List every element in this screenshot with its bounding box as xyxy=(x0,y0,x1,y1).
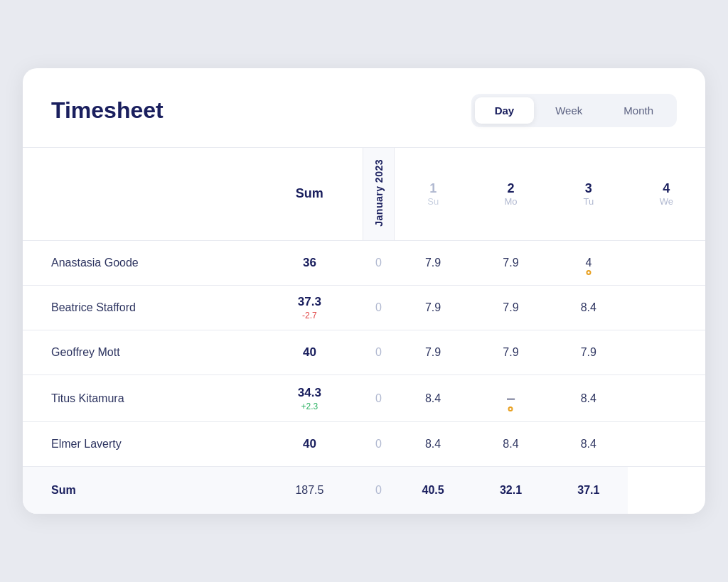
th-day-1: 1 Su xyxy=(394,147,471,241)
sum-row: Sum187.5040.532.137.1 xyxy=(23,467,705,514)
th-day-2: 2 Mo xyxy=(472,147,550,241)
th-sum: Sum xyxy=(256,147,363,241)
day-cell-2: 7.9 xyxy=(472,241,550,286)
day-cell-1: 8.4 xyxy=(394,375,471,422)
timesheet-table: Sum January 2023 1 Su 2 Mo 3 xyxy=(23,147,705,514)
overtime-dot xyxy=(508,406,513,411)
day-cell-2: 8.4 xyxy=(472,422,550,467)
day-cell-3: 8.4 xyxy=(550,286,627,330)
sum-cell: 34.3+2.3 xyxy=(256,375,363,422)
header: Timesheet Day Week Month xyxy=(23,94,705,147)
overtime-dot xyxy=(586,270,591,275)
day-cell-0: 0 xyxy=(363,422,395,467)
employee-name: Anastasia Goode xyxy=(23,241,256,286)
table-row: Titus Kitamura34.3+2.308.4–8.4 xyxy=(23,375,705,422)
day-cell-0: 0 xyxy=(363,330,395,375)
table-header-row: Sum January 2023 1 Su 2 Mo 3 xyxy=(23,147,705,241)
view-day-button[interactable]: Day xyxy=(475,97,535,124)
day-cell-1: 7.9 xyxy=(394,241,471,286)
day-cell-3: 4 xyxy=(550,241,627,286)
sum-day-0: 0 xyxy=(363,467,395,514)
table-row: Anastasia Goode3607.97.94 xyxy=(23,241,705,286)
view-month-button[interactable]: Month xyxy=(604,97,673,124)
day-cell-2: – xyxy=(472,375,550,422)
day-cell-1: 8.4 xyxy=(394,422,471,467)
sum-cell: 40 xyxy=(256,330,363,375)
sum-cell: 36 xyxy=(256,241,363,286)
day-cell-1: 7.9 xyxy=(394,330,471,375)
day-cell-2: 7.9 xyxy=(472,286,550,330)
sum-day-2: 32.1 xyxy=(472,467,550,514)
page-title: Timesheet xyxy=(51,97,164,124)
day-cell-1: 7.9 xyxy=(394,286,471,330)
employee-name: Titus Kitamura xyxy=(23,375,256,422)
table-row: Beatrice Stafford37.3-2.707.97.98.4 xyxy=(23,286,705,330)
sum-label: Sum xyxy=(23,467,256,514)
table-row: Geoffrey Mott4007.97.97.9 xyxy=(23,330,705,375)
th-name xyxy=(23,147,256,241)
day-cell-3: 8.4 xyxy=(550,375,627,422)
day-cell-0: 0 xyxy=(363,286,395,330)
table-row: Elmer Laverty4008.48.48.4 xyxy=(23,422,705,467)
sum-cell: 40 xyxy=(256,422,363,467)
day-cell-0: 0 xyxy=(363,241,395,286)
employee-name: Elmer Laverty xyxy=(23,422,256,467)
th-day-3: 3 Tu xyxy=(550,147,627,241)
th-day-4: 4 We xyxy=(628,147,705,241)
day-cell-3: 8.4 xyxy=(550,422,627,467)
table-wrapper: Sum January 2023 1 Su 2 Mo 3 xyxy=(23,147,705,514)
sum-cell: 37.3-2.7 xyxy=(256,286,363,330)
day-cell-2: 7.9 xyxy=(472,330,550,375)
sum-day-3: 37.1 xyxy=(550,467,627,514)
sum-day-1: 40.5 xyxy=(394,467,471,514)
timesheet-card: Timesheet Day Week Month Sum xyxy=(23,68,705,514)
th-month: January 2023 xyxy=(363,147,395,241)
total-sum: 187.5 xyxy=(256,467,363,514)
employee-name: Geoffrey Mott xyxy=(23,330,256,375)
view-week-button[interactable]: Week xyxy=(535,97,602,124)
day-cell-0: 0 xyxy=(363,375,395,422)
view-toggle: Day Week Month xyxy=(471,94,677,127)
day-cell-3: 7.9 xyxy=(550,330,627,375)
employee-name: Beatrice Stafford xyxy=(23,286,256,330)
